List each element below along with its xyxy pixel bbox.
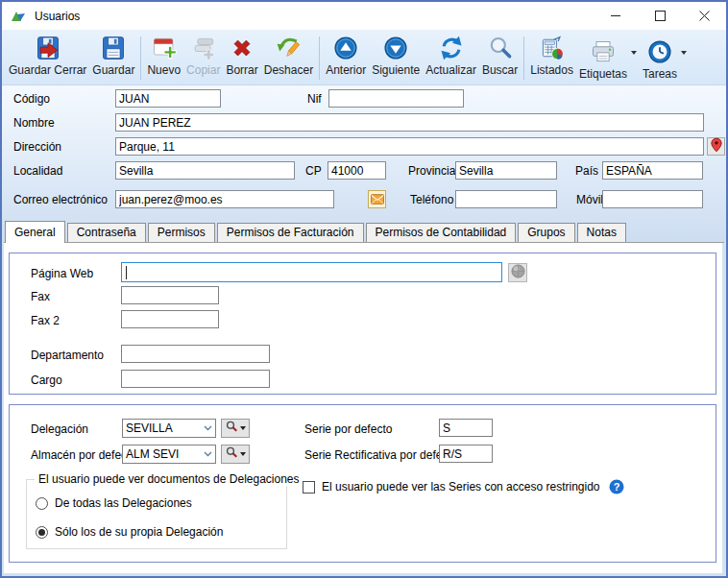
help-question-icon[interactable]: ?	[609, 479, 624, 494]
refresh-icon	[437, 34, 466, 62]
nombre-label: Nombre	[13, 116, 55, 130]
up-circle-icon	[331, 34, 360, 62]
radio-unchecked-icon	[36, 497, 48, 510]
almacen-label: Almacén por defecto	[31, 448, 136, 462]
dropdown-caret-icon[interactable]	[681, 51, 687, 55]
fax-input[interactable]	[121, 286, 219, 304]
serie-input[interactable]	[439, 419, 493, 437]
telefono-input[interactable]	[455, 190, 557, 208]
magnifier-icon	[226, 420, 238, 437]
movil-input[interactable]	[602, 190, 703, 208]
user-fields-panel: Código Nif Nombre Dirección Localidad CP…	[2, 85, 726, 242]
nif-input[interactable]	[328, 89, 464, 108]
map-button[interactable]	[707, 137, 725, 156]
delegacion-label: Delegación	[31, 422, 88, 436]
fax2-input[interactable]	[121, 310, 219, 328]
app-logo-icon	[11, 9, 26, 24]
chevron-down-icon	[204, 425, 212, 431]
toolbar-label: Copiar	[186, 63, 220, 77]
toolbar-button-listados[interactable]: Listados	[527, 32, 576, 84]
down-circle-icon	[381, 34, 410, 62]
toolbar-button-nuevo[interactable]: Nuevo	[144, 32, 183, 84]
correo-input[interactable]	[115, 190, 334, 208]
dropdown-caret-icon	[240, 426, 246, 430]
tab-permisos-contabilidad[interactable]: Permisos de Contabilidad	[366, 223, 517, 242]
provincia-label: Provincia	[408, 164, 455, 178]
toolbar-button-etiquetas[interactable]: Etiquetas	[576, 36, 630, 81]
toolbar-separator	[319, 36, 320, 80]
text-caret	[126, 266, 127, 279]
tab-contrasena[interactable]: Contraseña	[67, 223, 146, 242]
tab-general[interactable]: General	[5, 221, 65, 243]
cargo-input[interactable]	[121, 370, 270, 388]
magnifier-icon	[226, 446, 238, 463]
copy-icon	[189, 34, 218, 62]
window-controls	[594, 2, 726, 30]
toolbar-label: Nuevo	[147, 63, 181, 77]
dropdown-caret-icon[interactable]	[631, 51, 637, 55]
departamento-label: Departamento	[31, 349, 104, 362]
toolbar-button-buscar[interactable]: Buscar	[479, 32, 521, 84]
toolbar-button-tareas[interactable]: Tareas	[640, 36, 680, 81]
toolbar-button-actualizar[interactable]: Actualizar	[423, 32, 479, 84]
reports-icon	[538, 34, 567, 62]
toolbar-button-borrar[interactable]: Borrar	[223, 32, 260, 84]
almacen-value: ALM SEVI	[126, 447, 202, 461]
series-restringido-row[interactable]: El usuario puede ver las Series con acce…	[303, 479, 624, 494]
telefono-label: Teléfono	[410, 193, 453, 206]
direccion-input[interactable]	[115, 137, 704, 156]
tab-grupos[interactable]: Grupos	[518, 223, 574, 242]
toolbar-label: Deshacer	[264, 63, 313, 77]
usuarios-window: Usuarios	[0, 0, 728, 578]
pagina-web-input[interactable]	[121, 262, 502, 282]
printer-icon	[589, 37, 618, 66]
toolbar-label: Guardar	[92, 63, 134, 77]
toolbar-group-tareas: Tareas	[640, 32, 690, 84]
toolbar-group-etiquetas: Etiquetas	[576, 32, 640, 84]
delete-x-icon	[228, 34, 256, 62]
checkbox-unchecked-icon[interactable]	[303, 481, 315, 494]
radio-option-propia-delegacion[interactable]: Sólo los de su propia Delegación	[36, 525, 223, 539]
toolbar-button-anterior[interactable]: Anterior	[323, 32, 369, 84]
maximize-button[interactable]	[638, 2, 682, 30]
codigo-input[interactable]	[115, 89, 221, 108]
toolbar-button-guardar-cerrar[interactable]: Guardar Cerrar	[6, 32, 89, 84]
delegaciones-radio-groupbox: El usuario puede ver documentos de Deleg…	[26, 479, 287, 549]
toolbar-button-siguiente[interactable]: Siguiente	[369, 32, 423, 84]
nombre-input[interactable]	[115, 113, 704, 132]
undo-pencil-icon	[274, 34, 303, 62]
movil-label: Móvil	[576, 193, 603, 206]
almacen-select[interactable]: ALM SEVI	[122, 445, 216, 464]
toolbar-button-guardar[interactable]: Guardar	[89, 32, 137, 84]
toolbar-label: Tareas	[643, 67, 677, 81]
tab-notas[interactable]: Notas	[577, 223, 626, 242]
save-close-icon	[34, 34, 62, 62]
search-icon	[486, 34, 515, 62]
tab-permisos-facturacion[interactable]: Permisos de Facturación	[217, 223, 364, 242]
correo-label: Correo electrónico	[13, 193, 108, 206]
pagina-web-label: Página Web	[31, 267, 93, 280]
maximize-icon	[655, 8, 666, 25]
minimize-button[interactable]	[594, 2, 638, 30]
close-icon	[699, 8, 710, 25]
close-button[interactable]	[682, 2, 726, 30]
delegacion-select[interactable]: SEVILLA	[122, 419, 216, 438]
toolbar-label: Actualizar	[425, 63, 476, 77]
pais-input[interactable]	[602, 161, 703, 180]
localidad-input[interactable]	[115, 161, 295, 180]
titlebar: Usuarios	[2, 2, 726, 30]
fax2-label: Fax 2	[31, 314, 60, 327]
tab-permisos[interactable]: Permisos	[148, 223, 215, 242]
series-restringido-label: El usuario puede ver las Series con acce…	[322, 480, 600, 494]
toolbar-label: Anterior	[326, 63, 366, 77]
toolbar-separator	[140, 36, 141, 80]
send-email-button[interactable]	[368, 190, 386, 208]
radio-option-todas-delegaciones[interactable]: De todas las Delegaciones	[36, 496, 192, 510]
delegacion-lookup-button[interactable]	[221, 419, 250, 438]
almacen-lookup-button[interactable]	[221, 445, 250, 464]
departamento-input[interactable]	[121, 345, 270, 363]
cp-input[interactable]	[328, 161, 386, 180]
provincia-input[interactable]	[455, 161, 557, 180]
toolbar-button-deshacer[interactable]: Deshacer	[261, 32, 316, 84]
serie-rectificativa-input[interactable]	[439, 445, 493, 463]
